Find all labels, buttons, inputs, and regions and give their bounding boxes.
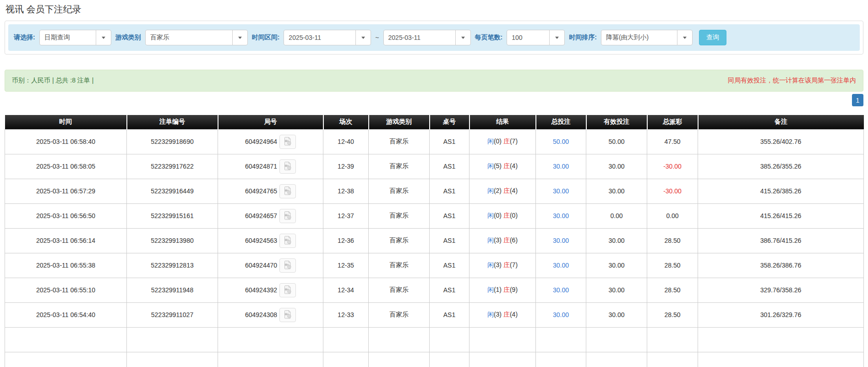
table-row: 2025-03-11 06:56:50522329915161604924657… <box>5 203 864 228</box>
page-size-select[interactable]: 100 <box>507 30 565 45</box>
player-result-count: (2) <box>494 187 502 194</box>
round-id-cell: 604924657 <box>218 203 323 228</box>
round-id: 604924470 <box>245 262 277 269</box>
player-result-label: 闲 <box>487 162 494 170</box>
time-cell: 2025-03-11 06:55:38 <box>5 253 127 278</box>
sort-order-value: 降冪(由大到小) <box>601 30 677 45</box>
time-cell: 2025-03-11 06:56:50 <box>5 203 127 228</box>
session-cell: 12-33 <box>323 302 369 327</box>
video-replay-button[interactable] <box>279 234 296 248</box>
valid-bet-cell: 30.00 <box>586 253 647 278</box>
col-header-round-id: 局号 <box>218 115 323 129</box>
bet-id-cell: 522329917622 <box>127 154 218 179</box>
time-cell: 2025-03-11 06:58:40 <box>5 129 127 154</box>
table-header: 时间 注单编号 局号 场次 游戏类别 桌号 结果 总投注 有效投注 总派彩 备注 <box>5 115 864 129</box>
result-cell: 闲(5) 庄(4) <box>469 154 536 179</box>
sort-order-select[interactable]: 降冪(由大到小) <box>601 30 693 45</box>
table-no-cell: AS1 <box>430 203 469 228</box>
valid-bet-cell: 30.00 <box>586 302 647 327</box>
search-button[interactable]: 查询 <box>699 30 726 45</box>
player-result-count: (1) <box>494 286 502 293</box>
table-no-cell: AS1 <box>430 129 469 154</box>
total-bet-link[interactable]: 30.00 <box>536 203 586 228</box>
banker-result-label: 庄 <box>503 212 510 219</box>
session-cell: 12-36 <box>323 228 369 253</box>
banker-result-label: 庄 <box>503 286 510 293</box>
table-body: 2025-03-11 06:58:40522329918690604924964… <box>5 129 864 327</box>
caret-down-icon <box>232 30 247 45</box>
col-header-bet-id: 注单编号 <box>127 115 218 129</box>
total-bet-link[interactable]: 50.00 <box>536 129 586 154</box>
remark-cell: 301.26/329.76 <box>698 302 864 327</box>
banker-result-label: 庄 <box>503 137 510 145</box>
video-replay-button[interactable] <box>279 159 296 174</box>
total-bet-link[interactable]: 30.00 <box>536 253 586 278</box>
result-cell: 闲(0) 庄(7) <box>469 129 536 154</box>
total-bet-link[interactable]: 30.00 <box>536 179 586 203</box>
banker-result-count: (4) <box>510 187 518 194</box>
game-type-cell: 百家乐 <box>369 203 430 228</box>
bet-records-table: 时间 注单编号 局号 场次 游戏类别 桌号 结果 总投注 有效投注 总派彩 备注… <box>5 115 864 367</box>
payout-cell: 47.50 <box>647 129 698 154</box>
date-range-separator: ~ <box>375 34 379 41</box>
valid-bet-cell: 30.00 <box>586 228 647 253</box>
player-result-count: (3) <box>494 311 502 318</box>
player-result-label: 闲 <box>487 187 494 194</box>
banker-result-count: (0) <box>510 212 518 219</box>
video-file-icon <box>283 260 292 271</box>
empty-cell <box>218 327 323 352</box>
video-file-icon <box>283 137 292 147</box>
game-type-select[interactable]: 百家乐 <box>145 30 248 45</box>
valid-bet-cell: 30.00 <box>586 278 647 302</box>
date-from-value: 2025-03-11 <box>284 30 355 45</box>
game-type-cell: 百家乐 <box>369 154 430 179</box>
result-cell: 闲(1) 庄(9) <box>469 278 536 302</box>
result-cell: 闲(3) 庄(6) <box>469 228 536 253</box>
empty-cell <box>323 327 369 352</box>
total-valid-bet: 230.00 <box>586 352 647 367</box>
time-cell: 2025-03-11 06:54:40 <box>5 302 127 327</box>
total-bet-link[interactable]: 30.00 <box>536 154 586 179</box>
payout-cell: 28.50 <box>647 278 698 302</box>
video-replay-button[interactable] <box>279 135 296 149</box>
session-cell: 12-38 <box>323 179 369 203</box>
banker-result-count: (9) <box>510 286 518 293</box>
date-from-select[interactable]: 2025-03-11 <box>284 30 371 45</box>
table-no-cell: AS1 <box>430 253 469 278</box>
result-cell: 闲(2) 庄(4) <box>469 179 536 203</box>
bet-id-cell: 522329912813 <box>127 253 218 278</box>
video-replay-button[interactable] <box>279 308 296 322</box>
banker-result-label: 庄 <box>503 162 510 170</box>
query-type-select[interactable]: 日期查询 <box>39 30 111 45</box>
time-cell: 2025-03-11 06:57:29 <box>5 179 127 203</box>
video-replay-button[interactable] <box>279 283 296 297</box>
pagination: 1 <box>5 94 863 106</box>
col-header-remark: 备注 <box>698 115 864 129</box>
subtotal-row: 小计 8 260.00 230.00 101.50 <box>5 327 864 352</box>
video-replay-button[interactable] <box>279 184 296 198</box>
total-bet-link[interactable]: 30.00 <box>536 228 586 253</box>
bet-id-cell: 522329911027 <box>127 302 218 327</box>
session-cell: 12-34 <box>323 278 369 302</box>
video-replay-button[interactable] <box>279 209 296 223</box>
total-bet-link[interactable]: 30.00 <box>536 278 586 302</box>
caret-down-icon <box>549 30 564 45</box>
valid-bet-cell: 0.00 <box>586 203 647 228</box>
table-no-cell: AS1 <box>430 154 469 179</box>
pagination-page-1-button[interactable]: 1 <box>852 94 863 106</box>
bet-id-cell: 522329913980 <box>127 228 218 253</box>
time-cell: 2025-03-11 06:56:14 <box>5 228 127 253</box>
col-header-table-no: 桌号 <box>430 115 469 129</box>
remark-cell: 355.26/402.76 <box>698 129 864 154</box>
total-bet-link[interactable]: 30.00 <box>536 302 586 327</box>
game-type-cell: 百家乐 <box>369 129 430 154</box>
date-to-select[interactable]: 2025-03-11 <box>383 30 471 45</box>
filter-bar: 请选择: 日期查询 游戏类别 百家乐 时间区间: 2025-03-11 ~ 20… <box>8 24 860 51</box>
round-id-cell: 604924563 <box>218 228 323 253</box>
bet-id-cell: 522329915161 <box>127 203 218 228</box>
video-replay-button[interactable] <box>279 258 296 273</box>
empty-cell <box>430 352 469 367</box>
table-summary: 小计 8 260.00 230.00 101.50 总计 8 260.00 23… <box>5 327 864 367</box>
subtotal-label: 小计 <box>5 327 127 352</box>
result-cell: 闲(3) 庄(7) <box>469 253 536 278</box>
